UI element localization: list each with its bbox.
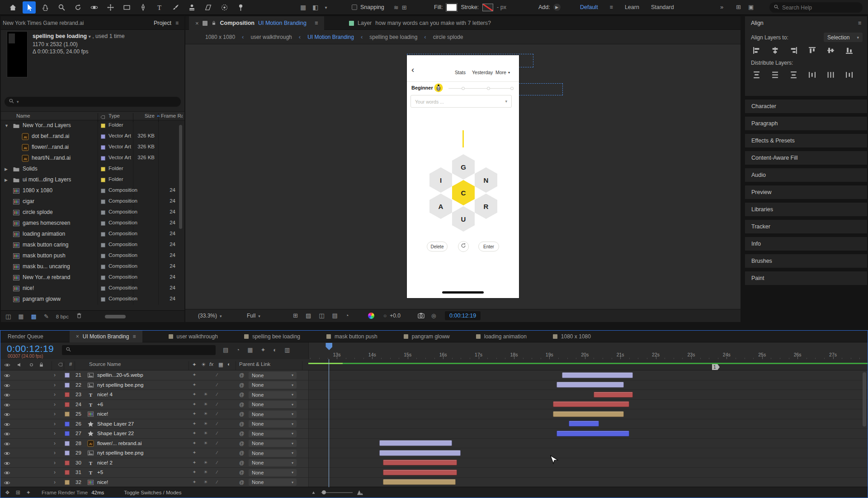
parent-dropdown[interactable]: None▾	[249, 401, 297, 408]
trash-icon[interactable]	[76, 313, 82, 320]
label-chip[interactable]	[101, 210, 105, 215]
zoom-in-mountain-icon[interactable]	[357, 489, 363, 497]
close-tab-icon[interactable]: ×	[195, 20, 199, 27]
panel-character[interactable]: Character	[745, 100, 867, 113]
item-name[interactable]: cigar	[23, 198, 34, 204]
audio-column-icon[interactable]	[17, 362, 23, 369]
layer-color-chip[interactable]	[65, 402, 70, 407]
layer-color-chip[interactable]	[65, 383, 70, 388]
clone-stamp-tool[interactable]	[185, 1, 198, 14]
label-chip[interactable]	[101, 254, 105, 258]
timeline-layer-row[interactable]: ›32nice!✦☀∕@None▾	[0, 478, 868, 488]
parent-dropdown[interactable]: None▾	[249, 391, 297, 398]
panel-menu-icon[interactable]: ≡	[858, 20, 861, 26]
layer-switches[interactable]: ✦☀∕	[192, 460, 233, 465]
item-name[interactable]: ui moti...ding Layers	[23, 176, 71, 183]
tool-dropdown-icon[interactable]: ▾	[325, 5, 327, 10]
rectangle-tool[interactable]	[120, 1, 133, 14]
tab-layer-viewer[interactable]: Layerhow many words can you make with 7 …	[344, 16, 495, 30]
layer-source-name[interactable]: Shape Layer 22	[97, 431, 187, 436]
align-top-button[interactable]	[807, 45, 817, 55]
eye-icon[interactable]	[4, 460, 10, 467]
timeline-layer-row[interactable]: ›28Aiflower/... rebrand.ai✦☀∕@None▾	[0, 439, 868, 449]
timeline-layer-row[interactable]: ›31T+5✦☀∕@None▾	[0, 468, 868, 478]
eye-icon[interactable]	[4, 479, 10, 486]
layer-track[interactable]	[308, 409, 868, 419]
workspace-standard[interactable]: Standard	[651, 4, 674, 10]
chevron-down-icon[interactable]: ▾	[89, 34, 91, 39]
brush-icon[interactable]: ✎	[44, 313, 49, 320]
project-item[interactable]: Aidot bef...rand.aiVector Art326 KB	[1, 131, 184, 142]
label-chip[interactable]	[101, 243, 105, 247]
eye-icon[interactable]	[4, 421, 10, 428]
item-name[interactable]: New Yor...nd Layers	[23, 122, 71, 128]
pick-whip-icon[interactable]: @	[239, 402, 244, 407]
dist-center-v-button[interactable]	[769, 70, 780, 80]
workspace-default[interactable]: Default	[580, 4, 598, 10]
chevron-down-icon[interactable]: ▾	[17, 100, 19, 104]
timeline-layer-row[interactable]: ›26Shape Layer 27✦☀∕@None▾	[0, 419, 868, 429]
comp-mini-flowchart-icon[interactable]: ▤	[223, 346, 228, 353]
column-frame-rate[interactable]: Frame Rate	[161, 113, 183, 119]
parent-link-column[interactable]: Parent & Link	[239, 361, 270, 367]
puppet-pin-tool[interactable]	[234, 1, 247, 14]
label-chip[interactable]	[101, 199, 105, 204]
composition-canvas[interactable]: ‹ StatsYesterdayMore ▾ Beginner Your wor…	[185, 44, 741, 309]
quality-switch-icon[interactable]: ▦	[218, 361, 223, 368]
timeline-layer-row[interactable]: ›22nyt spelling bee.png✦∕@None▾	[0, 380, 868, 390]
panel-layout-icon[interactable]: ▣	[748, 4, 754, 10]
motion-blur-switch-icon[interactable]: ◐	[227, 361, 231, 367]
project-item[interactable]: circle splodeComposition24	[1, 207, 184, 218]
pan-behind-tool[interactable]	[104, 1, 117, 14]
project-item[interactable]: mask bu... uncaringComposition24	[1, 261, 184, 272]
layer-source-name[interactable]: nice! 2	[97, 460, 187, 465]
workspace-menu-icon[interactable]: ≡	[610, 4, 613, 10]
thumbnail-view-icon[interactable]: ◫	[5, 313, 11, 320]
timeline-tab-1080-x-1080[interactable]: 1080 x 1080	[553, 331, 591, 342]
item-name[interactable]: dot bef...rand.ai	[32, 133, 69, 139]
align-target-dropdown[interactable]: Selection▾	[824, 33, 863, 42]
type-tool[interactable]: T	[153, 1, 166, 14]
pick-whip-icon[interactable]: @	[239, 479, 244, 485]
layer-switches[interactable]: ✦☀∕	[192, 392, 233, 397]
timeline-tab-ui-motion-branding[interactable]: ×UI Motion Branding≡	[70, 331, 142, 342]
eye-icon[interactable]	[4, 431, 10, 437]
align-left-button[interactable]	[751, 45, 762, 55]
timeline-layer-row[interactable]: ›25nice!✦☀∕@None▾	[0, 409, 868, 419]
timeline-layer-row[interactable]: ›23Tnice! 4✦☀∕@None▾	[0, 390, 868, 400]
parent-dropdown[interactable]: None▾	[249, 469, 297, 476]
panel-tracker[interactable]: Tracker	[745, 220, 867, 233]
project-item[interactable]: loading animationComposition24	[1, 229, 184, 240]
eraser-tool[interactable]	[202, 1, 215, 14]
show-snapshot-icon[interactable]: ◎	[431, 313, 436, 319]
parent-dropdown[interactable]: None▾	[249, 479, 297, 486]
interpret-footage-icon[interactable]: ▩	[31, 313, 37, 320]
item-name[interactable]: heart/N...rand.ai	[32, 155, 71, 161]
layer-duration-bar[interactable]	[562, 372, 633, 378]
expand-layer-icon[interactable]: ›	[54, 411, 56, 417]
timeline-layer-row[interactable]: ›27Shape Layer 22✦☀∕@None▾	[0, 429, 868, 439]
breadcrumb-item[interactable]: circle splode	[433, 34, 463, 40]
expand-layer-icon[interactable]: ›	[54, 372, 56, 378]
pick-whip-icon[interactable]: @	[239, 431, 244, 436]
layer-color-chip[interactable]	[65, 431, 70, 436]
timeline-tab-mask-button-push[interactable]: mask button push	[326, 331, 377, 342]
label-chip[interactable]	[101, 232, 105, 237]
project-item[interactable]: nice!Composition24	[1, 283, 184, 294]
network-render-icon[interactable]: ❖	[5, 489, 10, 496]
pick-whip-icon[interactable]: @	[239, 392, 244, 397]
pick-whip-icon[interactable]: @	[239, 411, 244, 417]
shy-switch-icon[interactable]: ✦	[192, 361, 197, 368]
column-name[interactable]: Name	[16, 113, 30, 119]
zoom-out-mountain-icon[interactable]	[311, 489, 317, 496]
expand-layer-icon[interactable]: ›	[54, 450, 56, 456]
layer-duration-bar[interactable]	[569, 421, 599, 427]
layer-track[interactable]	[308, 390, 868, 400]
layer-source-name[interactable]: Shape Layer 27	[97, 421, 187, 427]
layer-duration-bar[interactable]	[379, 440, 452, 446]
timeline-tab-spelling-bee-loading[interactable]: spelling bee loading	[244, 331, 300, 342]
toggle-switches-modes-button[interactable]: Toggle Switches / Modes	[124, 490, 181, 495]
expand-layer-icon[interactable]: ›	[54, 421, 56, 427]
expand-layer-icon[interactable]: ›	[54, 391, 56, 398]
help-search-input[interactable]	[782, 5, 859, 11]
